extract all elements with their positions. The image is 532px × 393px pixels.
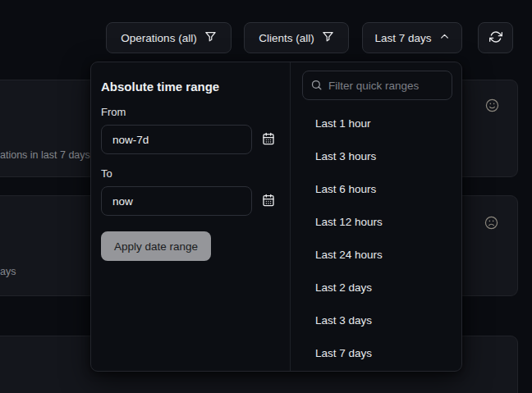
- quick-ranges-list: Last 1 hour Last 3 hours Last 6 hours La…: [291, 107, 461, 369]
- quick-range-option-last-6-hours[interactable]: Last 6 hours: [291, 172, 461, 205]
- operations-filter-button[interactable]: Operations (all): [106, 22, 232, 53]
- absolute-time-range-title: Absolute time range: [101, 79, 280, 95]
- time-range-label: Last 7 days: [374, 32, 431, 44]
- quick-range-option-last-3-days[interactable]: Last 3 days: [291, 304, 461, 336]
- funnel-icon: [204, 30, 217, 45]
- clients-filter-button[interactable]: Clients (all): [244, 22, 349, 53]
- filter-quick-ranges-input[interactable]: [302, 71, 452, 100]
- smiley-face-icon: [485, 98, 499, 116]
- to-input[interactable]: [101, 186, 252, 216]
- chevron-up-icon: [439, 31, 450, 44]
- from-calendar-button[interactable]: [262, 132, 275, 148]
- apply-date-range-button[interactable]: Apply date range: [101, 231, 211, 261]
- background-card-text: ations in last 7 days: [0, 149, 90, 161]
- calendar-icon: [262, 132, 275, 148]
- background-card-text: ays: [0, 266, 16, 277]
- to-label: To: [101, 167, 280, 181]
- from-label: From: [101, 106, 280, 119]
- time-range-button[interactable]: Last 7 days: [362, 22, 462, 53]
- quick-range-option-last-1-hour[interactable]: Last 1 hour: [291, 107, 461, 139]
- operations-filter-label: Operations (all): [121, 32, 196, 44]
- quick-range-option-last-7-days[interactable]: Last 7 days: [291, 336, 461, 369]
- calendar-icon: [262, 194, 275, 209]
- frowning-face-icon: [484, 216, 498, 233]
- absolute-time-range-section: Absolute time range From To: [91, 62, 290, 371]
- from-input[interactable]: [101, 125, 252, 154]
- funnel-icon: [322, 30, 334, 45]
- quick-range-option-last-2-days[interactable]: Last 2 days: [291, 271, 461, 304]
- to-calendar-button[interactable]: [262, 194, 275, 209]
- refresh-icon: [489, 30, 502, 46]
- time-range-dropdown: Absolute time range From To: [90, 62, 462, 372]
- quick-range-option-last-24-hours[interactable]: Last 24 hours: [291, 238, 461, 271]
- refresh-button[interactable]: [478, 22, 513, 53]
- clients-filter-label: Clients (all): [259, 32, 314, 44]
- quick-range-option-last-3-hours[interactable]: Last 3 hours: [291, 139, 461, 172]
- quick-range-option-last-12-hours[interactable]: Last 12 hours: [291, 205, 461, 238]
- quick-ranges-section: Last 1 hour Last 3 hours Last 6 hours La…: [291, 62, 461, 371]
